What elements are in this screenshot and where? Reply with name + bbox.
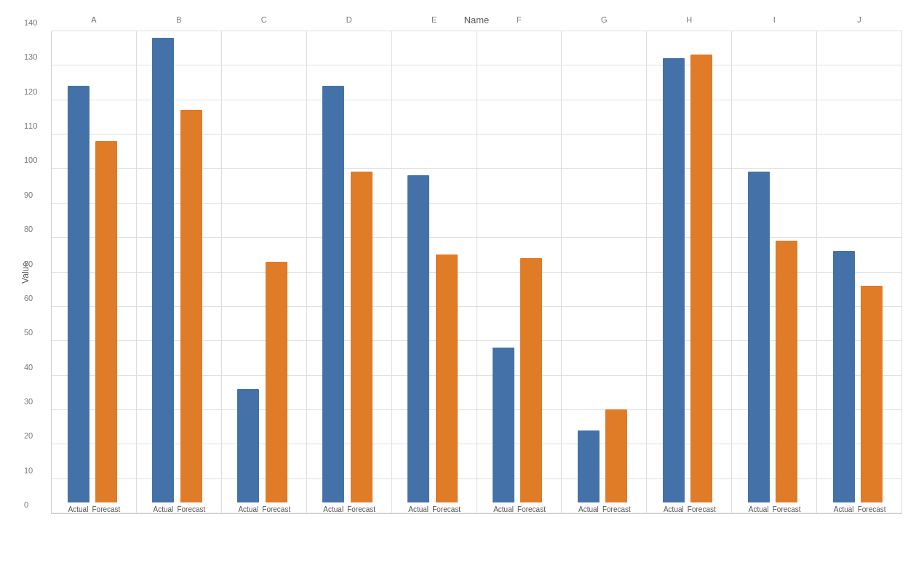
bars-row: ActualForecast <box>562 31 646 513</box>
bar-forecast-wrap: Forecast <box>602 31 631 513</box>
y-tick-label: 40 <box>24 363 33 372</box>
bar-actual <box>68 86 89 502</box>
bar-actual-wrap: Actual <box>493 31 514 513</box>
y-tick-label: 0 <box>24 500 28 509</box>
y-tick-label: 110 <box>24 121 37 130</box>
bar-actual <box>237 389 259 502</box>
bar-actual-label: Actual <box>154 505 174 513</box>
bar-forecast <box>861 286 883 502</box>
bar-forecast-wrap: Forecast <box>92 31 121 513</box>
bar-actual <box>663 58 685 502</box>
group-label: G <box>601 15 608 24</box>
bar-actual-wrap: Actual <box>152 31 174 513</box>
bar-forecast-label: Forecast <box>688 505 716 513</box>
bar-forecast <box>351 172 373 502</box>
y-tick-label: 10 <box>24 466 33 475</box>
group-section-g: GActualForecast <box>562 31 647 513</box>
group-label: D <box>346 15 352 24</box>
y-tick-label: 90 <box>24 191 33 199</box>
group-section-h: HActualForecast <box>647 31 732 513</box>
bar-forecast-wrap: Forecast <box>262 31 290 513</box>
bar-actual <box>493 348 514 502</box>
bar-actual <box>322 86 344 502</box>
bar-actual-wrap: Actual <box>68 31 89 513</box>
bar-forecast <box>605 409 627 502</box>
bar-forecast <box>776 241 797 502</box>
y-tick-label: 20 <box>24 431 33 440</box>
bar-forecast-label: Forecast <box>602 505 631 513</box>
bars-row: ActualForecast <box>477 31 562 513</box>
bar-actual-wrap: Actual <box>663 31 685 513</box>
bar-forecast <box>690 55 712 502</box>
bars-row: ActualForecast <box>817 31 901 513</box>
bar-actual-label: Actual <box>749 505 769 513</box>
chart-container: Name Value 01020304050607080901001101201… <box>0 0 924 573</box>
bar-actual <box>407 175 429 502</box>
bar-actual-label: Actual <box>68 505 89 513</box>
bar-actual-label: Actual <box>493 505 514 513</box>
group-label: H <box>686 15 692 24</box>
y-tick-label: 60 <box>24 294 33 302</box>
bar-forecast-label: Forecast <box>262 505 290 513</box>
bar-actual-label: Actual <box>408 505 429 513</box>
bar-forecast <box>436 255 458 502</box>
y-tick-label: 140 <box>24 18 37 27</box>
bar-actual <box>578 430 600 502</box>
group-section-f: FActualForecast <box>477 31 562 513</box>
bar-forecast-wrap: Forecast <box>858 31 886 513</box>
bar-actual-label: Actual <box>664 505 684 513</box>
bars-row: ActualForecast <box>222 31 306 513</box>
bar-forecast-wrap: Forecast <box>517 31 546 513</box>
bar-actual-wrap: Actual <box>578 31 600 513</box>
bar-forecast-label: Forecast <box>517 505 546 513</box>
bar-forecast-label: Forecast <box>773 505 801 513</box>
group-label: E <box>431 15 437 24</box>
bar-actual-wrap: Actual <box>833 31 855 513</box>
y-tick-label: 30 <box>24 397 33 406</box>
bar-forecast <box>180 110 202 502</box>
group-label: B <box>176 15 181 24</box>
group-label: F <box>517 15 522 24</box>
bars-row: ActualForecast <box>392 31 477 513</box>
chart-plot-area: 0102030405060708090100110120130140AActua… <box>51 31 902 514</box>
group-section-b: BActualForecast <box>137 31 222 513</box>
bar-forecast-label: Forecast <box>858 505 886 513</box>
bar-actual <box>152 38 174 502</box>
bar-actual-label: Actual <box>238 505 258 513</box>
group-section-c: CActualForecast <box>222 31 307 513</box>
bar-forecast <box>95 141 117 502</box>
y-tick-label: 100 <box>24 156 37 164</box>
bar-forecast-label: Forecast <box>347 505 375 513</box>
group-section-a: AActualForecast <box>52 31 137 513</box>
bar-actual-wrap: Actual <box>322 31 344 513</box>
bar-actual-label: Actual <box>323 505 343 513</box>
bar-actual-label: Actual <box>578 505 599 513</box>
bar-forecast-wrap: Forecast <box>177 31 205 513</box>
bar-forecast-label: Forecast <box>92 505 121 513</box>
bar-actual-wrap: Actual <box>407 31 429 513</box>
group-section-e: EActualForecast <box>392 31 477 513</box>
bars-row: ActualForecast <box>647 31 731 513</box>
bar-forecast-wrap: Forecast <box>432 31 461 513</box>
bar-forecast-wrap: Forecast <box>773 31 801 513</box>
bar-actual-label: Actual <box>834 505 854 513</box>
group-section-i: IActualForecast <box>732 31 817 513</box>
bar-actual <box>748 172 770 502</box>
bar-forecast-wrap: Forecast <box>347 31 375 513</box>
bar-forecast-label: Forecast <box>432 505 461 513</box>
bar-forecast-label: Forecast <box>177 505 205 513</box>
bars-row: ActualForecast <box>137 31 221 513</box>
y-tick-label: 80 <box>24 225 33 233</box>
group-label: C <box>261 15 267 24</box>
group-label: A <box>91 15 96 24</box>
bar-forecast-wrap: Forecast <box>688 31 716 513</box>
bars-row: ActualForecast <box>52 31 136 513</box>
group-section-d: DActualForecast <box>307 31 392 513</box>
group-label: J <box>857 15 861 24</box>
y-tick-label: 130 <box>24 52 37 61</box>
bar-groups-wrapper: AActualForecastBActualForecastCActualFor… <box>52 31 902 513</box>
bars-row: ActualForecast <box>307 31 391 513</box>
bar-actual-wrap: Actual <box>237 31 259 513</box>
bar-forecast <box>266 262 287 503</box>
y-tick-label: 120 <box>24 87 37 96</box>
